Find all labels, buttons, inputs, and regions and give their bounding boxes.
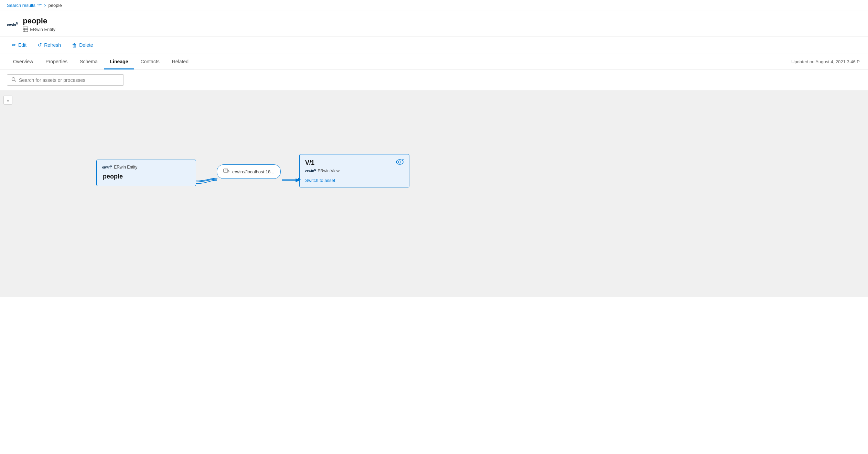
connection-lines: [0, 91, 868, 290]
delete-button[interactable]: 🗑 Delete: [67, 40, 98, 50]
breadcrumb: Search results "*" > people: [0, 0, 868, 11]
page-subtitle: ERwin Entity: [23, 26, 55, 32]
view-node-subtitle: erwinN ERwin View: [305, 169, 404, 173]
edit-label: Edit: [18, 42, 26, 48]
search-input[interactable]: [19, 77, 119, 83]
toolbar: ✏ Edit ↺ Refresh 🗑 Delete: [0, 36, 868, 54]
expand-panel-button[interactable]: »: [3, 96, 12, 105]
process-node[interactable]: erwin://localhost:18...: [217, 164, 281, 179]
page-header: erwinN people ERwin Entity: [0, 11, 868, 36]
expand-icon: »: [7, 98, 9, 103]
view-node-eye-icon: [396, 159, 404, 166]
tabs-bar: Overview Properties Schema Lineage Conta…: [0, 54, 868, 69]
refresh-icon: ↺: [37, 42, 42, 48]
delete-label: Delete: [79, 42, 93, 48]
breadcrumb-separator: >: [44, 3, 46, 8]
lineage-area: » erwinN ERwin Entity people: [0, 91, 868, 297]
edit-button[interactable]: ✏ Edit: [7, 40, 31, 50]
svg-line-5: [15, 80, 16, 82]
tab-related[interactable]: Related: [166, 54, 195, 69]
tab-contacts[interactable]: Contacts: [134, 54, 165, 69]
entity-node-logo: erwinN: [102, 165, 112, 169]
svg-point-9: [396, 160, 403, 164]
svg-line-11: [402, 159, 404, 160]
entity-node-name: people: [102, 173, 190, 180]
view-node-type: ERwin View: [318, 169, 340, 173]
entity-node[interactable]: erwinN ERwin Entity people: [96, 160, 196, 186]
entity-table-icon: [23, 26, 28, 32]
process-node-icon: [223, 168, 229, 175]
erwin-logo: erwinN: [7, 22, 18, 27]
tab-overview[interactable]: Overview: [7, 54, 39, 69]
entity-node-type: ERwin Entity: [114, 165, 137, 170]
tabs-list: Overview Properties Schema Lineage Conta…: [7, 54, 195, 69]
view-node-header: V/1: [305, 159, 404, 166]
view-node-logo: erwinN: [305, 169, 316, 173]
view-node[interactable]: V/1 erwinN ERwin View Switch to asset: [299, 154, 409, 187]
entity-node-header: erwinN ERwin Entity: [102, 165, 190, 170]
edit-icon: ✏: [12, 42, 16, 48]
lineage-canvas: erwinN ERwin Entity people erwin://local…: [0, 91, 868, 290]
refresh-button[interactable]: ↺ Refresh: [33, 40, 66, 50]
breadcrumb-current: people: [49, 3, 62, 8]
page-subtitle-type: ERwin Entity: [30, 27, 55, 32]
svg-rect-6: [224, 169, 228, 172]
breadcrumb-search-link[interactable]: Search results "*": [7, 3, 42, 8]
process-node-label: erwin://localhost:18...: [232, 169, 274, 174]
refresh-label: Refresh: [44, 42, 61, 48]
delete-icon: 🗑: [72, 42, 77, 48]
tab-schema[interactable]: Schema: [74, 54, 104, 69]
search-input-wrap[interactable]: [7, 74, 124, 86]
search-bar-area: [0, 69, 868, 91]
svg-point-10: [399, 161, 401, 163]
page-title-group: people ERwin Entity: [23, 17, 55, 32]
switch-to-asset-link[interactable]: Switch to asset: [305, 178, 335, 183]
page-title: people: [23, 17, 55, 25]
tab-lineage[interactable]: Lineage: [104, 54, 135, 69]
svg-rect-0: [23, 27, 28, 32]
updated-timestamp: Updated on August 4, 2021 3:46 P: [791, 59, 861, 64]
lineage-arrows: [0, 91, 868, 290]
search-icon: [11, 77, 16, 83]
tab-properties[interactable]: Properties: [39, 54, 74, 69]
view-node-title: V/1: [305, 159, 314, 166]
